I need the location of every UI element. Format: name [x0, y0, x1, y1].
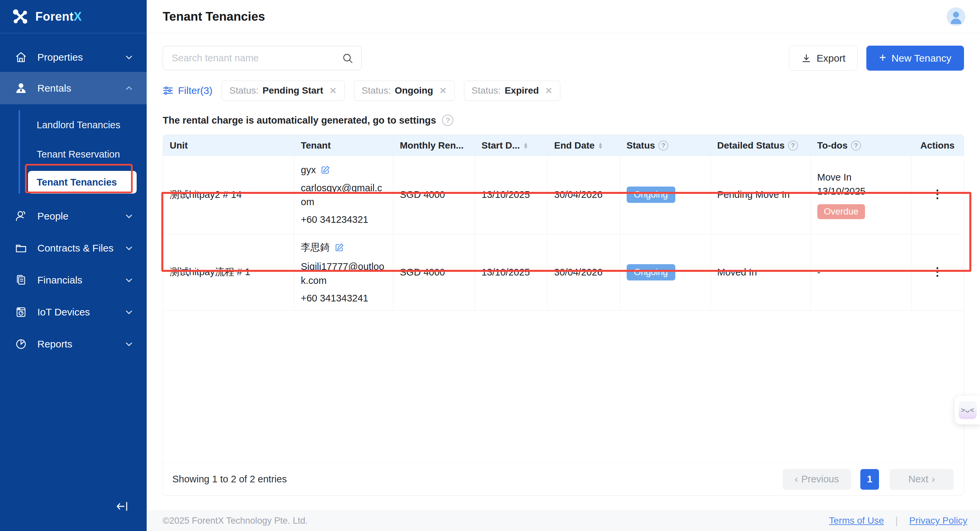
new-tenancy-label: New Tenancy — [891, 52, 951, 64]
collapse-sidebar-icon — [116, 500, 129, 512]
filter-button[interactable]: Filter(3) — [163, 85, 212, 96]
help-icon[interactable]: ? — [442, 114, 453, 126]
cell-todos: - — [810, 234, 911, 311]
main-area: Tenant Tenancies — [147, 0, 980, 531]
sidebar-item-tenant-reservation[interactable]: Tenant Reservation — [20, 139, 147, 169]
filter-row: Filter(3) Status: Pending Start ✕ Status… — [163, 81, 964, 101]
sidebar-item-tenant-tenancies[interactable]: Tenant Tenancies — [28, 171, 137, 193]
cell-tenant: 李思錡 Siqili17777@outlook.com +60 34134324… — [294, 234, 393, 311]
chevron-down-icon — [125, 340, 133, 349]
cell-monthly-rent: SGD 4000 — [393, 234, 475, 311]
edit-icon[interactable] — [321, 165, 330, 174]
rentals-submenu: Landlord Tenancies Tenant Reservation Te… — [19, 110, 147, 193]
assistant-widget[interactable]: >ᴗ< — [955, 396, 980, 425]
todo-text: Move In 13/10/2025 — [817, 170, 901, 198]
column-header-tenant: Tenant — [294, 135, 393, 156]
export-button[interactable]: Export — [789, 46, 858, 71]
sidebar-nav: Properties Rentals Landlord Tenancies Te… — [0, 33, 147, 360]
sidebar-item-label: Rentals — [37, 82, 115, 94]
tenant-name: gyx — [301, 165, 316, 176]
help-icon[interactable]: ? — [851, 141, 861, 151]
row-actions-button[interactable]: ⋮ — [932, 265, 943, 278]
sidebar-item-rentals[interactable]: Rentals — [0, 72, 147, 104]
previous-page-button[interactable]: ‹ Previous — [783, 469, 851, 490]
chevron-down-icon — [125, 244, 133, 252]
sort-icon[interactable]: ▲▼ — [598, 142, 603, 149]
content-area: Export + New Tenancy Filter(3) — [147, 33, 980, 510]
table-row[interactable]: 测试hitpay2 # 14 gyx carlosgyx@gmail.co — [163, 156, 964, 234]
sidebar-item-financials[interactable]: Financials — [0, 264, 147, 296]
close-icon[interactable]: ✕ — [329, 85, 337, 96]
search-input[interactable] — [172, 52, 342, 63]
home-icon — [15, 51, 27, 63]
table-row[interactable]: 测试hitpay流程 # 1 李思錡 Siqili17777@outloo — [163, 234, 964, 311]
next-page-button[interactable]: Next › — [890, 469, 954, 490]
plus-icon: + — [879, 52, 886, 63]
top-bar: Tenant Tenancies — [147, 0, 980, 33]
cell-status: Ongoing — [620, 156, 710, 234]
column-header-status: Status? — [620, 135, 710, 156]
cell-detailed-status: Pending Move In — [710, 156, 810, 234]
people-icon — [15, 210, 27, 222]
cell-end-date: 30/04/2026 — [547, 234, 620, 311]
cell-todos: Move In 13/10/2025 Overdue — [810, 156, 911, 234]
sidebar-item-landlord-tenancies[interactable]: Landlord Tenancies — [20, 110, 147, 139]
sidebar-item-label: People — [37, 211, 115, 222]
edit-icon[interactable] — [335, 243, 344, 252]
column-header-detailed-status: Detailed Status? — [710, 135, 810, 156]
submenu-label: Tenant Tenancies — [37, 177, 117, 188]
sidebar-item-properties[interactable]: Properties — [0, 43, 147, 72]
cell-start-date: 13/10/2025 — [475, 234, 547, 311]
page-number-button[interactable]: 1 — [860, 469, 879, 490]
new-tenancy-button[interactable]: + New Tenancy — [866, 46, 964, 71]
tenancies-table: Unit Tenant Monthly Ren... Start D... ▲▼… — [163, 135, 964, 311]
table-header-row: Unit Tenant Monthly Ren... Start D... ▲▼… — [163, 135, 964, 156]
user-avatar[interactable] — [947, 7, 965, 26]
sort-icon[interactable]: ▲▼ — [523, 142, 528, 149]
cell-monthly-rent: SGD 4000 — [393, 156, 475, 234]
sidebar-item-label: Contracts & Files — [37, 243, 115, 254]
filter-icon — [163, 86, 173, 96]
sidebar-item-label: Reports — [37, 338, 115, 350]
todo-text: - — [817, 265, 901, 279]
chip-value: Pending Start — [262, 85, 323, 96]
sidebar-item-contracts-files[interactable]: Contracts & Files — [0, 232, 147, 264]
chip-value: Ongoing — [395, 85, 433, 96]
terms-of-use-link[interactable]: Terms of Use — [829, 515, 884, 526]
sidebar-item-label: Financials — [37, 274, 115, 286]
column-header-monthly-rent: Monthly Ren... — [393, 135, 475, 156]
privacy-policy-link[interactable]: Privacy Policy — [909, 515, 967, 526]
column-header-end-date[interactable]: End Date ▲▼ — [547, 135, 620, 156]
entries-summary: Showing 1 to 2 of 2 entries — [172, 474, 287, 485]
sidebar-collapse-button[interactable] — [115, 498, 130, 514]
chip-value: Expired — [505, 85, 539, 96]
brand-name: ForentX — [35, 10, 82, 24]
help-icon[interactable]: ? — [788, 141, 798, 151]
forentx-logo-icon — [13, 9, 28, 24]
submenu-label: Tenant Reservation — [37, 149, 120, 160]
column-header-todos: To-dos? — [810, 135, 911, 156]
page-title: Tenant Tenancies — [163, 10, 947, 24]
sidebar-item-iot-devices[interactable]: IoT Devices — [0, 296, 147, 328]
cell-start-date: 13/10/2025 — [475, 156, 547, 234]
brand-logo[interactable]: ForentX — [0, 0, 147, 33]
chevron-left-icon: ‹ — [795, 474, 798, 485]
tenant-phone: +60 341234321 — [301, 214, 387, 225]
search-icon[interactable] — [342, 52, 353, 64]
folder-icon — [15, 242, 27, 255]
chip-prefix: Status: — [229, 85, 258, 96]
column-header-start-date[interactable]: Start D... ▲▼ — [475, 135, 547, 156]
sidebar-item-people[interactable]: People — [0, 200, 147, 232]
close-icon[interactable]: ✕ — [439, 85, 447, 96]
filter-label: Filter(3) — [178, 85, 212, 96]
sidebar-item-label: IoT Devices — [37, 306, 115, 318]
close-icon[interactable]: ✕ — [545, 85, 553, 96]
submenu-label: Landlord Tenancies — [37, 120, 120, 131]
person-tie-icon — [15, 82, 27, 95]
cell-tenant: gyx carlosgyx@gmail.com +60 341234321 — [294, 156, 393, 234]
row-actions-button[interactable]: ⋮ — [932, 187, 943, 200]
sidebar-item-reports[interactable]: Reports — [0, 328, 147, 360]
cell-actions: ⋮ — [911, 234, 964, 311]
chip-prefix: Status: — [362, 85, 391, 96]
help-icon[interactable]: ? — [658, 141, 668, 151]
